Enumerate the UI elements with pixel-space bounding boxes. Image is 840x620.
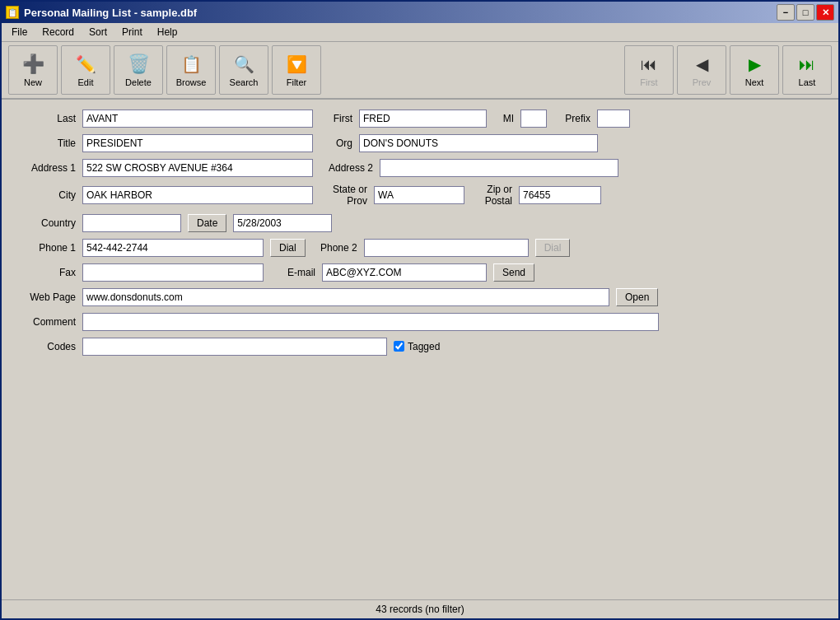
open-button[interactable]: Open bbox=[616, 288, 658, 306]
next-icon: ▶ bbox=[743, 53, 766, 76]
prev-icon: ◀ bbox=[690, 53, 713, 76]
phone2-input[interactable] bbox=[364, 239, 529, 257]
email-label: E-mail bbox=[270, 267, 315, 278]
tagged-area: Tagged bbox=[394, 341, 440, 352]
search-icon: 🔍 bbox=[232, 53, 255, 76]
row-last-first: Last First MI Prefix bbox=[18, 110, 822, 128]
new-button[interactable]: ➕ New bbox=[8, 45, 58, 95]
row-webpage: Web Page Open bbox=[18, 288, 822, 306]
menu-bar: File Record Sort Print Help bbox=[2, 23, 838, 42]
comment-input[interactable] bbox=[82, 313, 659, 331]
phone2-label: Phone 2 bbox=[312, 242, 357, 254]
mi-input[interactable] bbox=[520, 110, 547, 128]
fax-label: Fax bbox=[18, 267, 76, 278]
webpage-label: Web Page bbox=[18, 291, 76, 303]
phone1-label: Phone 1 bbox=[18, 242, 76, 254]
minimize-button[interactable]: − bbox=[777, 4, 795, 21]
prefix-label: Prefix bbox=[553, 113, 590, 124]
zip-input[interactable] bbox=[519, 186, 601, 204]
prefix-input[interactable] bbox=[597, 110, 630, 128]
title-input[interactable] bbox=[82, 134, 313, 152]
country-label: Country bbox=[18, 217, 76, 229]
status-bar: 43 records (no filter) bbox=[2, 599, 838, 618]
tagged-checkbox[interactable] bbox=[394, 341, 404, 352]
title-bar: 📋 Personal Mailing List - sample.dbf − □… bbox=[2, 2, 838, 23]
city-label: City bbox=[18, 189, 76, 201]
comment-label: Comment bbox=[18, 316, 76, 328]
org-label: Org bbox=[320, 138, 352, 149]
address1-input[interactable] bbox=[82, 159, 313, 177]
row-comment: Comment bbox=[18, 313, 822, 331]
window-controls: − □ ✕ bbox=[777, 4, 834, 21]
filter-icon: 🔽 bbox=[285, 53, 308, 76]
fax-input[interactable] bbox=[82, 263, 264, 282]
row-country-date: Country Date bbox=[18, 214, 822, 232]
codes-input[interactable] bbox=[82, 338, 387, 356]
address1-label: Address 1 bbox=[18, 162, 76, 174]
mi-label: MI bbox=[493, 113, 514, 124]
dial2-button[interactable]: Dial bbox=[535, 239, 571, 257]
state-input[interactable] bbox=[374, 186, 464, 204]
address2-label: Address 2 bbox=[320, 162, 373, 174]
menu-record[interactable]: Record bbox=[35, 25, 81, 40]
last-input[interactable] bbox=[82, 110, 313, 128]
edit-button[interactable]: ✏️ Edit bbox=[61, 45, 110, 95]
row-codes-tagged: Codes Tagged bbox=[18, 338, 822, 356]
next-button[interactable]: ▶ Next bbox=[730, 45, 779, 95]
form-area: Last First MI Prefix Title Org Address 1… bbox=[2, 100, 838, 593]
first-input[interactable] bbox=[359, 110, 487, 128]
menu-print[interactable]: Print bbox=[115, 25, 149, 40]
title-label: Title bbox=[18, 138, 76, 149]
date-input[interactable] bbox=[233, 214, 332, 232]
row-address: Address 1 Address 2 bbox=[18, 159, 822, 177]
row-city-state-zip: City State or Prov Zip or Postal bbox=[18, 184, 822, 207]
date-button[interactable]: Date bbox=[188, 214, 226, 232]
delete-button[interactable]: 🗑️ Delete bbox=[114, 45, 163, 95]
app-icon: 📋 bbox=[6, 6, 19, 19]
menu-file[interactable]: File bbox=[5, 25, 34, 40]
filter-button[interactable]: 🔽 Filter bbox=[272, 45, 321, 95]
address2-input[interactable] bbox=[380, 159, 618, 177]
country-input[interactable] bbox=[82, 214, 181, 232]
delete-icon: 🗑️ bbox=[127, 53, 150, 76]
maximize-button[interactable]: □ bbox=[796, 4, 814, 21]
first-icon: ⏮ bbox=[637, 53, 660, 76]
edit-icon: ✏️ bbox=[74, 53, 97, 76]
menu-help[interactable]: Help bbox=[151, 25, 184, 40]
close-button[interactable]: ✕ bbox=[816, 4, 834, 21]
row-fax-email: Fax E-mail Send bbox=[18, 263, 822, 282]
new-icon: ➕ bbox=[21, 53, 44, 76]
city-input[interactable] bbox=[82, 186, 313, 204]
status-text: 43 records (no filter) bbox=[376, 604, 464, 615]
zip-label: Zip or Postal bbox=[471, 184, 512, 207]
prev-button[interactable]: ◀ Prev bbox=[677, 45, 726, 95]
send-button[interactable]: Send bbox=[493, 263, 534, 282]
browse-icon: 📋 bbox=[180, 53, 203, 76]
window-title: Personal Mailing List - sample.dbf bbox=[24, 7, 197, 19]
first-button[interactable]: ⏮ First bbox=[624, 45, 674, 95]
phone1-input[interactable] bbox=[82, 239, 264, 257]
state-label: State or Prov bbox=[320, 184, 367, 207]
tagged-label: Tagged bbox=[408, 341, 440, 352]
dial1-button[interactable]: Dial bbox=[270, 239, 306, 257]
codes-label: Codes bbox=[18, 341, 76, 352]
org-input[interactable] bbox=[359, 134, 598, 152]
search-button[interactable]: 🔍 Search bbox=[219, 45, 268, 95]
last-icon: ⏭ bbox=[796, 53, 819, 76]
browse-button[interactable]: 📋 Browse bbox=[166, 45, 216, 95]
last-button[interactable]: ⏭ Last bbox=[782, 45, 832, 95]
row-title-org: Title Org bbox=[18, 134, 822, 152]
email-input[interactable] bbox=[322, 263, 487, 282]
last-label: Last bbox=[18, 113, 76, 124]
first-label: First bbox=[320, 113, 352, 124]
toolbar: ➕ New ✏️ Edit 🗑️ Delete 📋 Browse 🔍 Searc… bbox=[2, 42, 838, 100]
row-phones: Phone 1 Dial Phone 2 Dial bbox=[18, 239, 822, 257]
webpage-input[interactable] bbox=[82, 288, 609, 306]
menu-sort[interactable]: Sort bbox=[82, 25, 114, 40]
